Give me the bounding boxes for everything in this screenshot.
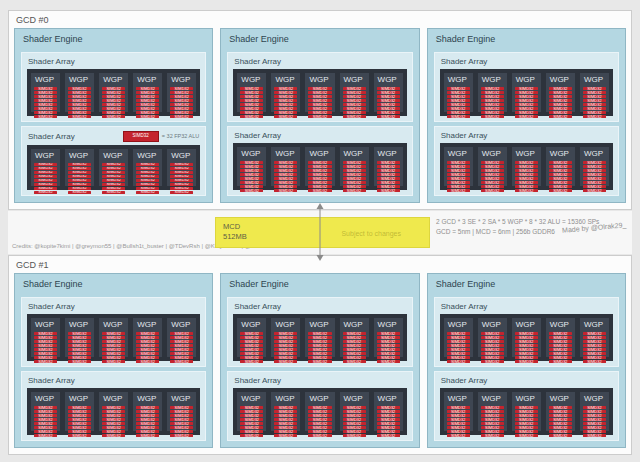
simd32-unit: SIMD32 xyxy=(102,332,125,335)
simd32-unit: SIMD32 xyxy=(377,161,400,164)
simd32-unit: SIMD32 xyxy=(240,426,263,429)
simd32-unit: SIMD32 xyxy=(102,87,125,90)
simd32-unit: SIMD32 xyxy=(377,340,400,343)
wgp: WGPSIMD32SIMD32SIMD32SIMD32SIMD32SIMD32S… xyxy=(237,392,266,431)
wgp-container: WGPSIMD32SIMD32SIMD32SIMD32SIMD32SIMD32S… xyxy=(27,314,200,361)
simd32-unit: SIMD32 xyxy=(447,422,470,425)
simd32-unit: SIMD32 xyxy=(170,163,193,166)
simd32-unit: SIMD32 xyxy=(308,356,331,359)
wgp: WGPSIMD32SIMD32SIMD32SIMD32SIMD32SIMD32S… xyxy=(444,147,473,186)
simd32-unit: SIMD32 xyxy=(68,107,91,110)
wgp-title: WGP xyxy=(515,149,538,160)
simd32-unit: SIMD32 xyxy=(170,175,193,178)
simd32-unit: SIMD32 xyxy=(34,348,57,351)
simd32-unit: SIMD32 xyxy=(34,360,57,363)
simd32-unit: SIMD32 xyxy=(549,189,572,192)
simd32-unit: SIMD32 xyxy=(377,189,400,192)
wgp: WGPSIMD32SIMD32SIMD32SIMD32SIMD32SIMD32S… xyxy=(271,392,300,431)
simd32-unit: SIMD32 xyxy=(583,103,606,106)
simd32-unit: SIMD32 xyxy=(583,111,606,114)
simd32-unit: SIMD32 xyxy=(549,352,572,355)
simd32-unit: SIMD32 xyxy=(447,161,470,164)
simd32-unit: SIMD32 xyxy=(481,356,504,359)
simd32-unit: SIMD32 xyxy=(170,183,193,186)
wgp: WGPSIMD32SIMD32SIMD32SIMD32SIMD32SIMD32S… xyxy=(133,149,162,187)
wgp-title: WGP xyxy=(308,320,331,331)
wgp-container: WGPSIMD32SIMD32SIMD32SIMD32SIMD32SIMD32S… xyxy=(233,388,406,435)
wgp-title: WGP xyxy=(515,320,538,331)
simd32-unit: SIMD32 xyxy=(583,185,606,188)
simd32-unit: SIMD32 xyxy=(515,434,538,437)
simd32-unit: SIMD32 xyxy=(343,414,366,417)
shader-array: Shader ArrayWGPSIMD32SIMD32SIMD32SIMD32S… xyxy=(21,52,206,122)
simd32-unit: SIMD32 xyxy=(34,191,57,194)
simd32-unit: SIMD32 xyxy=(481,430,504,433)
wgp: WGPSIMD32SIMD32SIMD32SIMD32SIMD32SIMD32S… xyxy=(444,318,473,357)
simd32-unit: SIMD32 xyxy=(68,183,91,186)
simd32-unit: SIMD32 xyxy=(515,111,538,114)
simd32-unit: SIMD32 xyxy=(549,165,572,168)
simd32-unit: SIMD32 xyxy=(240,165,263,168)
shader-array-title: Shader Array xyxy=(28,57,75,66)
simd32-unit: SIMD32 xyxy=(549,340,572,343)
wgp-container: WGPSIMD32SIMD32SIMD32SIMD32SIMD32SIMD32S… xyxy=(440,69,613,116)
simd32-unit: SIMD32 xyxy=(549,426,572,429)
simd32-unit: SIMD32 xyxy=(68,115,91,118)
simd32-unit: SIMD32 xyxy=(343,189,366,192)
simd32-unit: SIMD32 xyxy=(34,111,57,114)
simd32-unit: SIMD32 xyxy=(170,422,193,425)
simd32-unit: SIMD32 xyxy=(447,410,470,413)
wgp: WGPSIMD32SIMD32SIMD32SIMD32SIMD32SIMD32S… xyxy=(167,392,196,431)
simd32-unit: SIMD32 xyxy=(102,422,125,425)
simd32-unit: SIMD32 xyxy=(583,414,606,417)
wgp-title: WGP xyxy=(515,75,538,86)
simd32-unit: SIMD32 xyxy=(549,91,572,94)
simd32-unit: SIMD32 xyxy=(549,177,572,180)
simd32-unit: SIMD32 xyxy=(308,173,331,176)
simd32-unit: SIMD32 xyxy=(136,344,159,347)
simd32-unit: SIMD32 xyxy=(549,173,572,176)
simd32-unit: SIMD32 xyxy=(240,189,263,192)
simd32-unit: SIMD32 xyxy=(136,175,159,178)
simd32-unit: SIMD32 xyxy=(274,91,297,94)
wgp-title: WGP xyxy=(377,75,400,86)
simd32-unit: SIMD32 xyxy=(549,103,572,106)
wgp: WGPSIMD32SIMD32SIMD32SIMD32SIMD32SIMD32S… xyxy=(99,318,128,357)
simd32-unit: SIMD32 xyxy=(308,185,331,188)
simd32-unit: SIMD32 xyxy=(274,173,297,176)
simd32-unit: SIMD32 xyxy=(447,107,470,110)
simd32-unit: SIMD32 xyxy=(343,115,366,118)
wgp-title: WGP xyxy=(549,149,572,160)
simd32-unit: SIMD32 xyxy=(274,414,297,417)
shader-array-header: Shader Array xyxy=(440,56,613,69)
simd32-unit: SIMD32 xyxy=(447,181,470,184)
simd32-unit: SIMD32 xyxy=(481,426,504,429)
wgp-title: WGP xyxy=(102,320,125,331)
simd32-unit: SIMD32 xyxy=(170,426,193,429)
simd32-unit: SIMD32 xyxy=(481,340,504,343)
simd32-unit: SIMD32 xyxy=(102,426,125,429)
wgp-title: WGP xyxy=(68,75,91,86)
shader-array-title: Shader Array xyxy=(28,302,75,311)
shader-array-title: Shader Array xyxy=(441,57,488,66)
wgp: WGPSIMD32SIMD32SIMD32SIMD32SIMD32SIMD32S… xyxy=(580,392,609,431)
wgp-title: WGP xyxy=(583,320,606,331)
simd32-unit: SIMD32 xyxy=(102,356,125,359)
simd32-unit: SIMD32 xyxy=(68,410,91,413)
simd32-unit: SIMD32 xyxy=(515,95,538,98)
shader-engine-title: Shader Engine xyxy=(21,33,206,48)
wgp: WGPSIMD32SIMD32SIMD32SIMD32SIMD32SIMD32S… xyxy=(580,73,609,112)
simd32-unit: SIMD32 xyxy=(170,352,193,355)
simd32-unit: SIMD32 xyxy=(274,107,297,110)
shader-array: Shader ArrayWGPSIMD32SIMD32SIMD32SIMD32S… xyxy=(227,371,412,441)
wgp-container: WGPSIMD32SIMD32SIMD32SIMD32SIMD32SIMD32S… xyxy=(27,388,200,435)
simd32-unit: SIMD32 xyxy=(515,344,538,347)
simd32-unit: SIMD32 xyxy=(343,87,366,90)
shader-array-header: Shader Array xyxy=(440,301,613,314)
simd32-unit: SIMD32 xyxy=(308,434,331,437)
simd32-unit: SIMD32 xyxy=(343,422,366,425)
simd32-unit: SIMD32 xyxy=(240,185,263,188)
simd32-unit: SIMD32 xyxy=(240,181,263,184)
simd32-unit: SIMD32 xyxy=(136,99,159,102)
simd32-unit: SIMD32 xyxy=(34,414,57,417)
